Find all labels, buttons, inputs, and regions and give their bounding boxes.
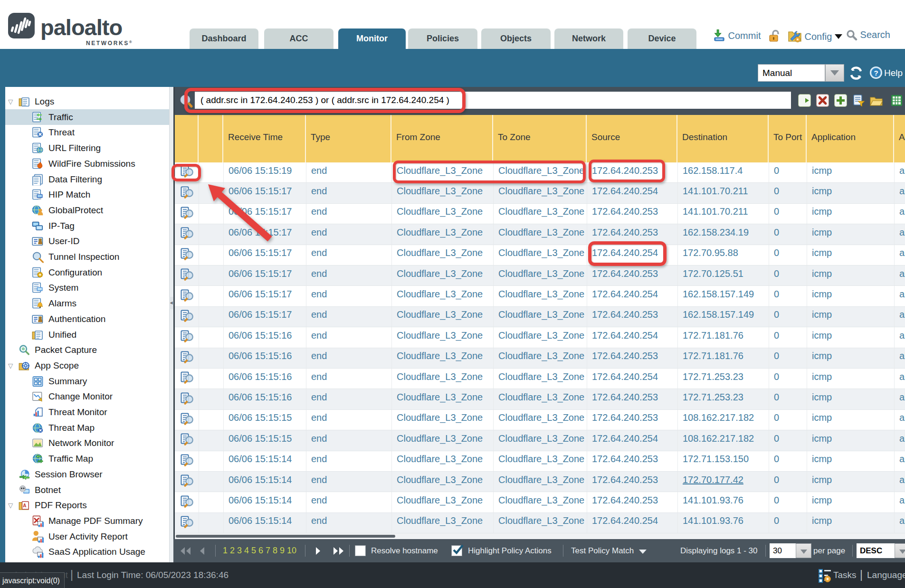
svg-text:?: ? bbox=[874, 69, 878, 77]
svg-text:A: A bbox=[23, 503, 26, 509]
